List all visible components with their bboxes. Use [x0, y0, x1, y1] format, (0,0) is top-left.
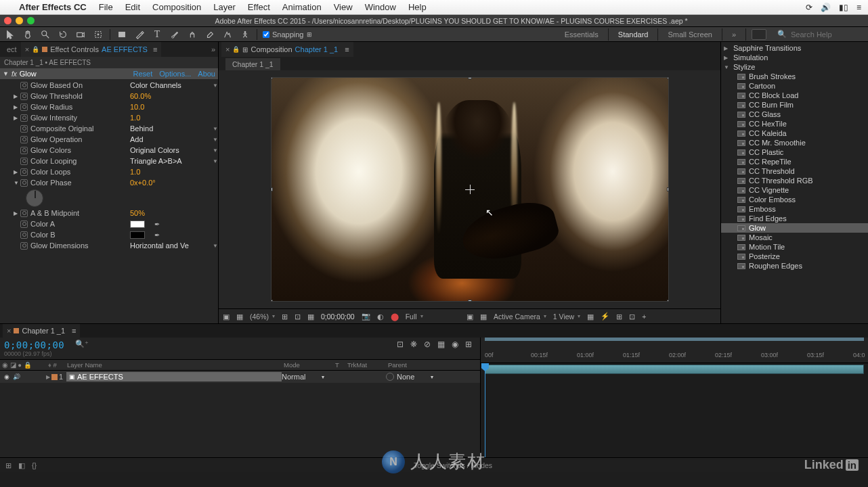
prop-value[interactable]: 0x+0.0°: [130, 179, 218, 187]
stopwatch-icon[interactable]: [20, 242, 28, 250]
tab-menu-icon[interactable]: ≡: [153, 45, 157, 53]
battery-icon[interactable]: ▮▯: [839, 3, 848, 12]
stopwatch-icon[interactable]: [20, 231, 28, 239]
effect-header[interactable]: ▼ fx Glow Reset Options... Abou: [0, 68, 218, 79]
comp-flow-icon[interactable]: ⊞: [242, 46, 248, 53]
stopwatch-icon[interactable]: [20, 179, 28, 187]
stopwatch-icon[interactable]: [20, 210, 28, 217]
fx-item[interactable]: CC Kaleida: [721, 129, 868, 138]
draft-3d-icon[interactable]: ▦: [480, 312, 487, 321]
layer-name[interactable]: ▣AE EFFECTS: [66, 372, 282, 381]
prop-dropdown[interactable]: Add▼: [130, 135, 218, 143]
parent-dropdown[interactable]: None: [397, 373, 433, 381]
selection-handle[interactable]: [271, 187, 273, 191]
prop-dropdown[interactable]: Color Channels▼: [130, 81, 218, 89]
prop-dropdown[interactable]: Horizontal and Ve▼: [130, 241, 218, 250]
fx-item[interactable]: CC Glass: [721, 110, 868, 119]
graph-editor-icon[interactable]: ⊞: [465, 340, 472, 349]
effect-twirl-icon[interactable]: ▼: [3, 70, 9, 77]
prop-dropdown[interactable]: Behind▼: [130, 124, 218, 133]
zoom-tool[interactable]: [39, 28, 51, 41]
timeline-icon[interactable]: ⊞: [616, 312, 622, 321]
menu-composition[interactable]: Composition: [152, 2, 201, 12]
current-time[interactable]: 0;00;00;00: [321, 312, 355, 321]
3d-view-icon[interactable]: ▣: [466, 312, 473, 321]
prop-value[interactable]: 10.0: [130, 103, 218, 111]
selection-handle[interactable]: [667, 300, 669, 302]
menu-effect[interactable]: Effect: [248, 2, 270, 12]
hand-tool[interactable]: [22, 28, 34, 41]
snapping-options-icon[interactable]: ⊞: [307, 31, 312, 38]
prop-dropdown[interactable]: Original Colors▼: [130, 146, 218, 154]
roto-tool[interactable]: [221, 28, 234, 41]
col-layer-name[interactable]: Layer Name: [65, 361, 282, 369]
layer-color-icon[interactable]: [51, 374, 58, 380]
stopwatch-icon[interactable]: [20, 82, 28, 89]
work-area-bar[interactable]: [485, 338, 864, 341]
prop-value[interactable]: 60.0%: [130, 92, 218, 100]
fx-item[interactable]: CC Threshold: [721, 166, 868, 176]
layer-search-icon[interactable]: 🔍⁺: [75, 340, 89, 348]
motion-blur-icon[interactable]: ◉: [452, 340, 458, 349]
toggle-switches-icon[interactable]: ⊞: [5, 461, 12, 469]
panel-tab-effect-controls[interactable]: × 🔒 Effect Controls AE EFFECTS ≡: [21, 42, 162, 57]
selection-handle[interactable]: [271, 300, 273, 302]
pickwhip-icon[interactable]: [386, 373, 394, 381]
exposure-icon[interactable]: +: [642, 312, 646, 321]
snapshot-icon[interactable]: 📷: [362, 312, 370, 321]
tray-icon[interactable]: ⟳: [806, 3, 812, 12]
lock-icon[interactable]: 🔒: [232, 46, 240, 53]
window-minimize-button[interactable]: [16, 17, 23, 24]
close-tab-icon[interactable]: ×: [25, 45, 29, 53]
workspace-essentials[interactable]: Essentials: [555, 28, 609, 41]
menu-edit[interactable]: Edit: [125, 2, 140, 12]
blend-mode-dropdown[interactable]: Normal: [282, 373, 324, 381]
eraser-tool[interactable]: [204, 28, 216, 41]
playhead[interactable]: [485, 363, 485, 457]
color-swatch[interactable]: ✒: [130, 221, 218, 228]
fx-item[interactable]: Mosaic: [721, 233, 868, 242]
twirl-icon[interactable]: ▼: [14, 180, 20, 186]
layer-row[interactable]: ◉🔊 ▶1 ▣AE EFFECTS Normal None: [0, 371, 480, 383]
menu-view[interactable]: View: [334, 2, 353, 12]
close-tab-icon[interactable]: ×: [7, 327, 11, 335]
toggle-switches-icon[interactable]: ◧: [18, 461, 25, 469]
eyedropper-icon[interactable]: ✒: [154, 231, 160, 239]
rotation-tool[interactable]: [57, 28, 69, 41]
camera-dropdown[interactable]: Active Camera: [494, 312, 546, 321]
color-swatch[interactable]: ✒: [130, 231, 218, 239]
effect-options-link[interactable]: Options...: [159, 70, 191, 78]
prop-value[interactable]: 50%: [130, 209, 218, 217]
tab-menu-icon[interactable]: ≡: [72, 327, 76, 335]
stopwatch-icon[interactable]: [20, 158, 28, 165]
menu-animation[interactable]: Animation: [282, 2, 322, 12]
clone-tool[interactable]: [186, 28, 198, 41]
selection-handle[interactable]: [271, 77, 273, 79]
fx-item[interactable]: CC Vignette: [721, 185, 868, 195]
workspace-reset-button[interactable]: [752, 29, 766, 40]
workspace-small-screen[interactable]: Small Screen: [658, 28, 722, 41]
timeline-tab[interactable]: × Chapter 1 _1 ≡: [3, 324, 80, 338]
layer-twirl-icon[interactable]: ▶: [46, 374, 50, 380]
fx-category[interactable]: ▼Stylize: [721, 62, 868, 72]
window-maximize-button[interactable]: [27, 17, 35, 24]
magnification-dropdown[interactable]: (46%): [250, 312, 275, 321]
col-mode[interactable]: Mode: [282, 361, 333, 369]
frame-blend-icon[interactable]: ▦: [437, 340, 445, 349]
fx-item[interactable]: CC HexTile: [721, 119, 868, 129]
rectangle-tool[interactable]: [116, 28, 128, 41]
comp-mini-flowchart-icon[interactable]: ⊡: [397, 340, 404, 349]
toggle-switches-button[interactable]: Toggle Switches / Modes: [43, 461, 863, 469]
fast-preview-icon[interactable]: ⚡: [601, 312, 609, 321]
effect-about-link[interactable]: Abou: [198, 70, 215, 78]
fx-item[interactable]: Roughen Edges: [721, 261, 868, 271]
stopwatch-icon[interactable]: [20, 147, 28, 154]
col-trkmat[interactable]: TrkMat: [345, 361, 386, 369]
fx-item[interactable]: CC Burn Film: [721, 100, 868, 110]
transparency-grid-icon[interactable]: ▦: [236, 312, 243, 321]
grid-icon[interactable]: ▦: [307, 312, 314, 321]
fx-category[interactable]: ▶Simulation: [721, 53, 868, 62]
camera-tool[interactable]: [74, 28, 87, 41]
fx-category[interactable]: ▶Sapphire Transitions: [721, 43, 868, 53]
hide-shy-icon[interactable]: ⊘: [424, 340, 431, 349]
